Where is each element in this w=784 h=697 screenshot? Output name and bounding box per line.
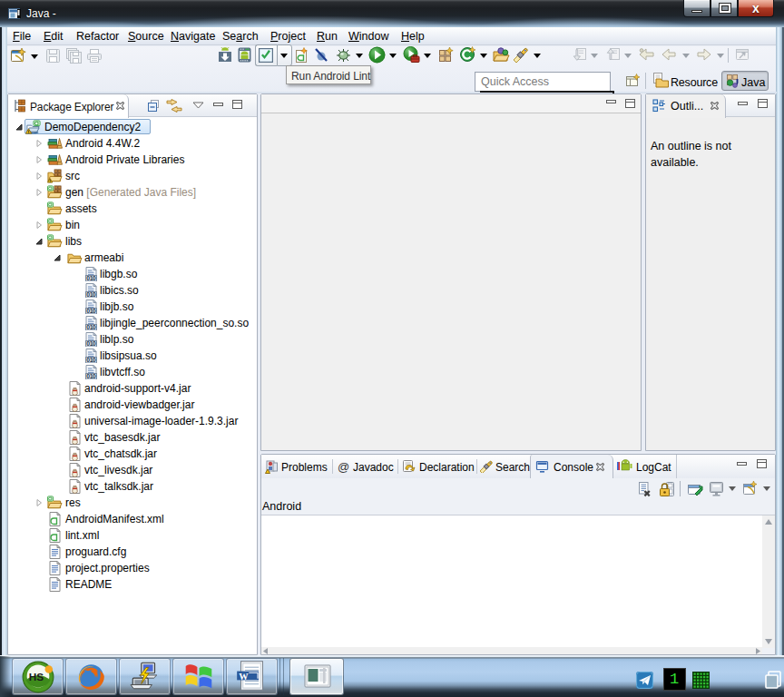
svg-text:HS: HS [29,671,44,683]
svg-text:W: W [239,672,249,682]
